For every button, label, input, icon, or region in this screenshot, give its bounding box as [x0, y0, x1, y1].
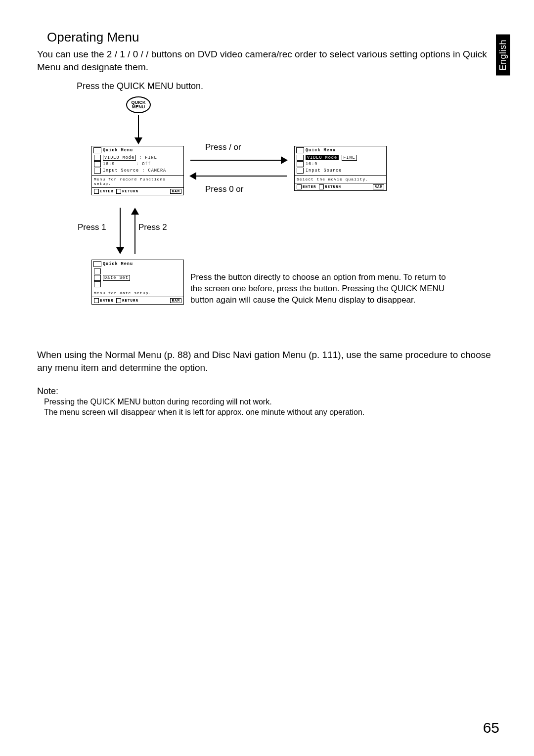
explanation-text: Press the button directly to choose an o…	[190, 272, 447, 306]
camera-icon	[296, 147, 304, 153]
intro-paragraph: You can use the 2 / 1 / 0 / / buttons on…	[37, 48, 499, 73]
screen1-foot-m: RETURN	[122, 189, 138, 193]
camera-icon	[93, 147, 101, 153]
quick-btn-text2: MENU	[132, 104, 145, 109]
row-icon	[94, 155, 101, 161]
arrow-right-icon	[190, 160, 287, 161]
screen1-foot-l: ENTER	[100, 189, 114, 193]
screen2-foot-r: RAM	[373, 184, 384, 189]
row-icon	[94, 268, 101, 274]
screen1-r3a: Input Source	[103, 168, 139, 173]
screen1-r3b: : CAMERA	[142, 168, 166, 173]
language-tab: English	[496, 35, 510, 76]
screen3-foot-r: RAM	[170, 298, 181, 303]
enter-icon	[94, 298, 99, 303]
row-icon	[94, 168, 101, 174]
label-press-down: Press 1	[78, 222, 106, 232]
row-icon	[94, 275, 101, 281]
screen2-message: Select the movie quality.	[295, 175, 386, 183]
page-title: Operating Menu	[47, 30, 499, 45]
note-body: Pressing the QUICK MENU button during re…	[44, 397, 499, 418]
note-heading: Note:	[37, 386, 499, 397]
screen3-title: Quick Menu	[103, 262, 133, 267]
screen2-r2a: 16:9	[306, 162, 317, 167]
screen2-foot-l: ENTER	[303, 185, 316, 189]
screen1-r1a: VIDEO Mode	[103, 155, 136, 161]
screen2-r3a: Input Source	[306, 168, 342, 173]
screen2-title: Quick Menu	[306, 148, 336, 153]
diagram: QUICK MENU Quick Menu VIDEO Mode : FINE …	[37, 96, 499, 334]
menu-screen-2: Quick Menu VIDEO Mode FINE 16:9 Input So…	[294, 146, 387, 191]
return-icon	[116, 298, 121, 303]
enter-icon	[94, 189, 99, 194]
screen3-r1a: Date Set	[103, 275, 130, 281]
screen1-r1b: : FINE	[139, 155, 157, 160]
screen2-r1b: FINE	[342, 155, 356, 161]
label-press-left: Press 0 or	[205, 184, 243, 194]
quick-menu-button-icon: QUICK MENU	[126, 96, 151, 113]
closing-paragraph: When using the Normal Menu (p. 88) and D…	[37, 349, 499, 374]
label-press-right: Press / or	[205, 142, 241, 152]
screen1-r2b: : Off	[136, 162, 151, 167]
screen1-foot-r: RAM	[170, 189, 181, 194]
row-icon	[297, 168, 304, 174]
screen2-r1a: VIDEO Mode	[306, 155, 339, 160]
row-icon	[94, 161, 101, 167]
return-icon	[116, 189, 121, 194]
arrow-left-icon	[190, 176, 287, 177]
screen2-foot-m: RETURN	[325, 185, 341, 189]
instruction-line: Press the QUICK MENU button.	[77, 81, 499, 91]
screen1-r2a: 16:9	[103, 162, 115, 167]
camera-icon	[93, 261, 101, 267]
row-icon	[297, 155, 304, 161]
row-icon	[297, 161, 304, 167]
screen3-foot-m: RETURN	[122, 299, 138, 303]
menu-screen-1: Quick Menu VIDEO Mode : FINE 16:9 : Off …	[91, 146, 184, 195]
enter-icon	[297, 184, 302, 189]
arrow-up-icon	[131, 208, 139, 215]
arrow-down-icon	[134, 137, 142, 144]
label-press-up: Press 2	[138, 222, 167, 232]
screen1-title: Quick Menu	[103, 148, 133, 153]
menu-screen-3: Quick Menu Date Set Menu for date setup.…	[91, 260, 184, 305]
screen3-message: Menu for date setup.	[92, 289, 183, 297]
row-icon	[94, 281, 101, 287]
return-icon	[319, 184, 324, 189]
arrow-down-icon	[116, 247, 124, 254]
page-number: 65	[483, 719, 499, 736]
screen1-message: Menu for record functions setup.	[92, 175, 183, 187]
screen3-foot-l: ENTER	[100, 299, 114, 303]
